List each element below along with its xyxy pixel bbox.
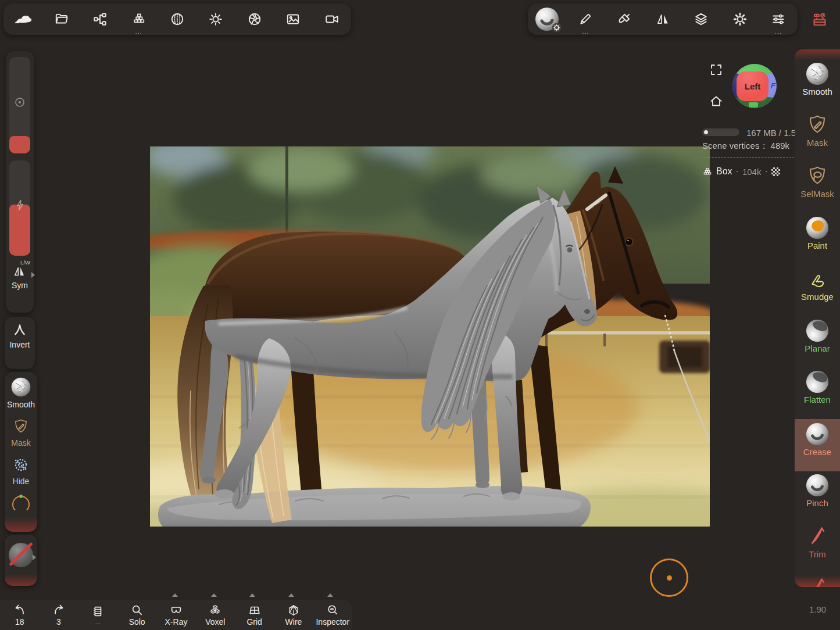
smooth-sphere-icon bbox=[10, 377, 31, 398]
brush-cursor bbox=[650, 559, 688, 597]
sym-expand-arrow[interactable] bbox=[31, 272, 35, 278]
undo-count: 18 bbox=[15, 617, 24, 627]
bottom-toolbar: 18 3 ... Solo X-Ray Voxel Gr bbox=[0, 600, 352, 630]
memory-usage: 167 MB / 1.5 bbox=[746, 128, 796, 138]
tool-smooth[interactable]: Smooth bbox=[795, 60, 840, 111]
tool-smudge[interactable]: Smudge bbox=[795, 265, 840, 316]
solo-button[interactable]: Solo bbox=[117, 600, 156, 630]
left-brush-controls: L/W Sym bbox=[6, 51, 34, 313]
object-name: Box bbox=[716, 166, 732, 177]
nomad-sculpt-app: { "app": { "version": "1.90" }, "colors"… bbox=[0, 0, 840, 630]
voxel-caret[interactable] bbox=[211, 593, 217, 597]
material-expand-arrow[interactable] bbox=[33, 554, 36, 560]
stroke-button[interactable]: ... bbox=[566, 3, 605, 35]
memory-progress-knob bbox=[704, 130, 708, 134]
postprocess-button[interactable] bbox=[235, 3, 274, 35]
home-view-button[interactable] bbox=[709, 94, 723, 110]
interface-sliders-button[interactable]: ... bbox=[759, 3, 798, 35]
grid-caret[interactable] bbox=[249, 593, 255, 597]
app-logo[interactable] bbox=[3, 3, 42, 35]
flatten-sphere-icon bbox=[805, 370, 830, 394]
solo-icon bbox=[131, 604, 144, 617]
radius-icon bbox=[14, 96, 26, 108]
orientation-gizmo[interactable]: F Left bbox=[731, 63, 778, 112]
history-notebook-icon bbox=[91, 605, 104, 618]
quick-mask-button[interactable]: Mask bbox=[5, 409, 37, 448]
quick-smooth-button[interactable]: Smooth bbox=[5, 372, 37, 409]
layers-button[interactable] bbox=[682, 3, 720, 35]
tool-trim[interactable]: Trim bbox=[795, 522, 840, 574]
quick-smooth-label: Smooth bbox=[5, 400, 37, 409]
inspector-button[interactable]: Inspector bbox=[313, 600, 352, 630]
undo-button[interactable]: 18 bbox=[0, 600, 39, 630]
right-sidebar-scroll-fade-top bbox=[795, 49, 840, 60]
grid-button[interactable]: Grid bbox=[235, 600, 274, 630]
history-more: ... bbox=[95, 618, 101, 625]
invert-label: Invert bbox=[5, 340, 35, 349]
xray-caret[interactable] bbox=[172, 593, 178, 597]
material-paint-button[interactable] bbox=[605, 3, 644, 35]
left-panel-scroll-fade2 bbox=[5, 574, 37, 586]
scene-vertices: Scene vertices： 489k bbox=[702, 141, 789, 152]
checker-icon bbox=[771, 167, 780, 176]
sliders-more: ... bbox=[759, 28, 798, 35]
paint-sphere-icon bbox=[805, 216, 830, 240]
tool-selmask[interactable]: SelMask bbox=[795, 162, 840, 213]
stroke-more: ... bbox=[566, 28, 605, 35]
quick-gizmo-button[interactable] bbox=[5, 486, 37, 513]
files-button[interactable] bbox=[42, 3, 80, 35]
tool-mask[interactable]: Mask bbox=[795, 111, 840, 162]
brush-intensity-slider[interactable] bbox=[9, 160, 30, 256]
settings-button[interactable] bbox=[720, 3, 759, 35]
quick-hide-button[interactable]: Hide bbox=[5, 448, 37, 486]
camera-button[interactable] bbox=[313, 3, 351, 35]
canvas-3d-viewport[interactable] bbox=[150, 146, 710, 527]
sym-icon bbox=[12, 266, 27, 278]
home-icon bbox=[709, 94, 723, 108]
tool-pinch[interactable]: Pinch bbox=[795, 471, 840, 522]
invert-button[interactable]: Invert bbox=[5, 317, 35, 369]
toolbox-button[interactable] bbox=[806, 6, 834, 33]
voxel-button[interactable]: Voxel bbox=[196, 600, 235, 630]
sym-label: Sym bbox=[6, 281, 34, 290]
scene-vertices-label: Scene vertices： bbox=[702, 141, 768, 151]
redo-count: 3 bbox=[56, 617, 61, 627]
scene-graph-button[interactable] bbox=[81, 3, 119, 35]
sym-badge: L/W bbox=[6, 259, 34, 266]
inspector-caret[interactable] bbox=[327, 593, 333, 597]
topology-button[interactable]: ... bbox=[119, 3, 158, 35]
symmetry-button[interactable] bbox=[644, 3, 682, 35]
brush-preview-button[interactable] bbox=[528, 3, 566, 35]
radius-slider-fill bbox=[9, 136, 30, 153]
trim-knife-icon bbox=[805, 524, 830, 549]
object-row[interactable]: Box · 104k · bbox=[702, 166, 780, 177]
tool-crease[interactable]: Crease bbox=[795, 419, 840, 471]
fullscreen-button[interactable] bbox=[709, 63, 723, 79]
symmetry-toggle[interactable]: L/W Sym bbox=[6, 259, 34, 290]
hide-icon bbox=[12, 456, 30, 474]
inspector-icon bbox=[326, 604, 339, 617]
quick-mask-label: Mask bbox=[5, 438, 37, 448]
tool-planar[interactable]: Planar bbox=[795, 317, 840, 368]
mask-shield-icon bbox=[805, 113, 830, 137]
lighting-button[interactable] bbox=[196, 3, 235, 35]
xray-button[interactable]: X-Ray bbox=[156, 600, 195, 630]
brush-radius-slider[interactable] bbox=[9, 57, 30, 153]
quick-hide-label: Hide bbox=[5, 477, 37, 486]
redo-button[interactable]: 3 bbox=[39, 600, 78, 630]
toolbox-icon bbox=[811, 10, 828, 28]
wire-button[interactable]: Wire bbox=[274, 600, 313, 630]
wireframe-icon bbox=[287, 604, 301, 617]
history-button[interactable]: ... bbox=[78, 600, 117, 630]
invert-icon bbox=[12, 323, 27, 338]
left-quick-tools: Smooth Mask Hide bbox=[5, 372, 37, 532]
wire-caret[interactable] bbox=[288, 593, 294, 597]
material-button[interactable] bbox=[158, 3, 196, 35]
tool-flatten[interactable]: Flatten bbox=[795, 368, 840, 419]
pinch-sphere-icon bbox=[805, 473, 830, 497]
background-button[interactable] bbox=[274, 3, 312, 35]
object-topology-icon bbox=[702, 166, 713, 177]
no-material-button[interactable] bbox=[5, 535, 37, 586]
brush-settings-gear-badge[interactable] bbox=[552, 23, 562, 33]
tool-paint[interactable]: Paint bbox=[795, 214, 840, 265]
